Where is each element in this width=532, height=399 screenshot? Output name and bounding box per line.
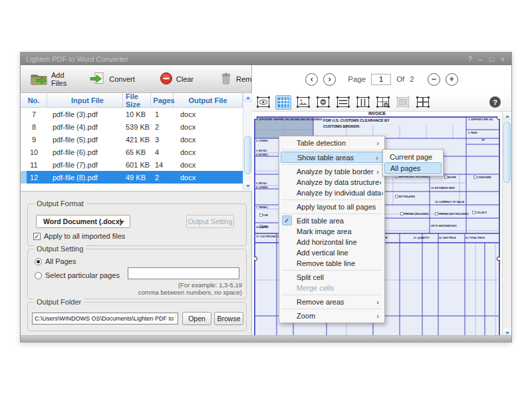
add-vertical-line-icon[interactable] [355, 95, 371, 110]
menu-item-add-vertical-line[interactable]: Add vertical line [279, 247, 384, 258]
submenu-arrow-icon: › [376, 312, 379, 320]
cell-size: 539 KB [123, 123, 151, 131]
table-tools-bar: ? [252, 93, 511, 112]
table-row[interactable]: 10 pdf-file (6).pdf 65 KB 4 docx [21, 146, 252, 158]
format-dropdown[interactable]: Word Document (.docx) [36, 215, 130, 228]
scroll-up-button[interactable] [243, 93, 252, 102]
menu-item-zoom[interactable]: Zoom› [279, 311, 384, 321]
invoice-checkbox: COLLECT [472, 211, 487, 214]
pages-range-input[interactable] [128, 267, 239, 279]
down-arrow-icon [505, 332, 509, 334]
convert-button[interactable]: Convert [85, 69, 139, 89]
menu-separator [282, 295, 382, 295]
split-cell-icon[interactable] [415, 95, 431, 110]
cell-output: docx [174, 148, 243, 156]
add-files-button[interactable]: Add Files [26, 69, 70, 89]
total-pages: 2 [410, 75, 414, 83]
window-title: Lighten PDF to Word Converter [21, 55, 468, 63]
down-arrow-icon [246, 185, 250, 188]
file-table-scrollbar[interactable] [243, 93, 252, 190]
cell-pages: 1 [151, 110, 174, 118]
scrollbar-thumb[interactable] [244, 136, 251, 174]
next-page-button[interactable]: › [323, 73, 336, 86]
up-arrow-icon [505, 115, 509, 118]
pages-hint-line2: comma between numbers, no space) [138, 289, 242, 296]
menu-separator [282, 213, 382, 214]
mark-image-area-icon[interactable] [295, 95, 311, 110]
cell-output: docx [174, 123, 243, 131]
submenu-arrow-icon: › [376, 154, 378, 162]
remove-icon [219, 71, 233, 87]
col-header-no[interactable]: No. [21, 93, 47, 107]
output-setting-button[interactable]: Output Setting [186, 215, 234, 228]
menu-separator [282, 309, 382, 309]
prev-page-button[interactable]: ‹ [305, 73, 318, 86]
menu-item-remove-table-line[interactable]: Remove table line [279, 258, 384, 269]
col-header-output-file[interactable]: Output File [174, 93, 243, 107]
help-circle-button[interactable]: ? [489, 96, 501, 108]
cell-input: pdf-file (3).pdf [47, 110, 123, 118]
minimize-button[interactable]: – [479, 55, 483, 63]
zoom-in-button[interactable]: + [446, 73, 458, 86]
table-row[interactable]: 9 pdf-file (5).pdf 421 KB 3 docx [21, 133, 252, 146]
open-button[interactable]: Open [182, 312, 211, 325]
menu-item-mark-image-area[interactable]: Mark image area [279, 226, 384, 237]
cell-input: pdf-file (8).pdf [47, 174, 123, 182]
apply-all-checkbox[interactable]: ✓ [33, 233, 41, 240]
menu-item-show-table-areas[interactable]: Show table areas› [281, 152, 383, 163]
zoom-out-button[interactable]: − [428, 73, 440, 86]
clear-button[interactable]: Clear [155, 69, 198, 89]
add-horizontal-line-icon[interactable] [335, 95, 351, 110]
submenu-item-all-pages[interactable]: All pages [384, 162, 442, 174]
area-detect-icon[interactable] [255, 95, 271, 110]
menu-item-add-horizontal-line[interactable]: Add horizontal line [279, 237, 384, 247]
output-folder-group-label: Output Folder [34, 298, 84, 306]
col-header-pages[interactable]: Pages [151, 93, 174, 107]
col-header-input-file[interactable]: Input File [47, 93, 123, 107]
table-row[interactable]: 7 pdf-file (3).pdf 10 KB 1 docx [21, 108, 252, 120]
cell-output: docx [174, 136, 243, 144]
cell-input: pdf-file (4).pdf [47, 123, 123, 131]
cell-size: 49 KB [123, 174, 151, 182]
table-row[interactable]: 11 pdf-file (7).pdf 601 KB 14 docx [21, 158, 252, 171]
main-toolbar: Add Files Convert Clea [21, 65, 251, 93]
scrollbar-thumb[interactable] [503, 122, 511, 183]
all-pages-radio[interactable] [35, 258, 42, 265]
cell-no: 7 [21, 110, 47, 118]
cell-output: docx [174, 110, 243, 118]
cell-input: pdf-file (7).pdf [47, 161, 123, 169]
browse-button[interactable]: Browse [214, 312, 243, 325]
menu-item-analyze-by-individual-data[interactable]: Analyze by individual data› [279, 188, 384, 198]
menu-item-analyze-by-data-structure[interactable]: Analyze by data structure› [279, 177, 384, 188]
maximize-button[interactable]: □ [489, 55, 494, 63]
menu-item-apply-layout-to-all-pages[interactable]: Apply layout to all pages [279, 201, 384, 212]
page-number-input[interactable] [371, 74, 391, 85]
select-pages-radio[interactable] [35, 272, 42, 279]
scroll-up-button[interactable] [503, 112, 511, 120]
close-button[interactable]: × [501, 55, 505, 63]
help-button[interactable]: ? [468, 55, 472, 63]
submenu-arrow-icon: › [379, 178, 382, 186]
show-table-areas-icon[interactable] [275, 95, 291, 110]
menu-item-edit-table-area[interactable]: ✓Edit table area [279, 215, 384, 226]
preview-scrollbar[interactable] [502, 112, 511, 337]
context-menu: Table detection› Show table areas› Analy… [279, 136, 385, 323]
menu-item-analyze-by-table-border[interactable]: Analyze by table border› [279, 166, 384, 177]
invoice-checkbox: CONSIGNEE [473, 176, 491, 179]
remove-area-icon[interactable] [315, 95, 331, 110]
output-folder-path-input[interactable] [32, 313, 178, 325]
of-label: Of [396, 75, 404, 83]
remove-table-line-icon[interactable] [375, 95, 391, 110]
table-row[interactable]: 8 pdf-file (4).pdf 539 KB 2 docx [21, 120, 252, 133]
table-row-selected[interactable]: 12 pdf-file (8).pdf 49 KB 2 docx [21, 171, 252, 184]
merge-cells-icon[interactable] [395, 95, 411, 110]
col-header-file-size[interactable]: File Size [123, 93, 151, 107]
check-icon: ✓ [282, 215, 292, 225]
title-bar[interactable]: Lighten PDF to Word Converter ? – □ × [21, 53, 511, 65]
menu-item-table-detection[interactable]: Table detection› [279, 138, 384, 148]
menu-item-split-cell[interactable]: Split cell [279, 272, 384, 283]
submenu-item-current-page[interactable]: Current page [383, 151, 443, 162]
menu-item-remove-areas[interactable]: Remove areas› [279, 297, 384, 307]
output-format-group-label: Output Format [34, 200, 86, 207]
scroll-down-button[interactable] [243, 182, 252, 190]
